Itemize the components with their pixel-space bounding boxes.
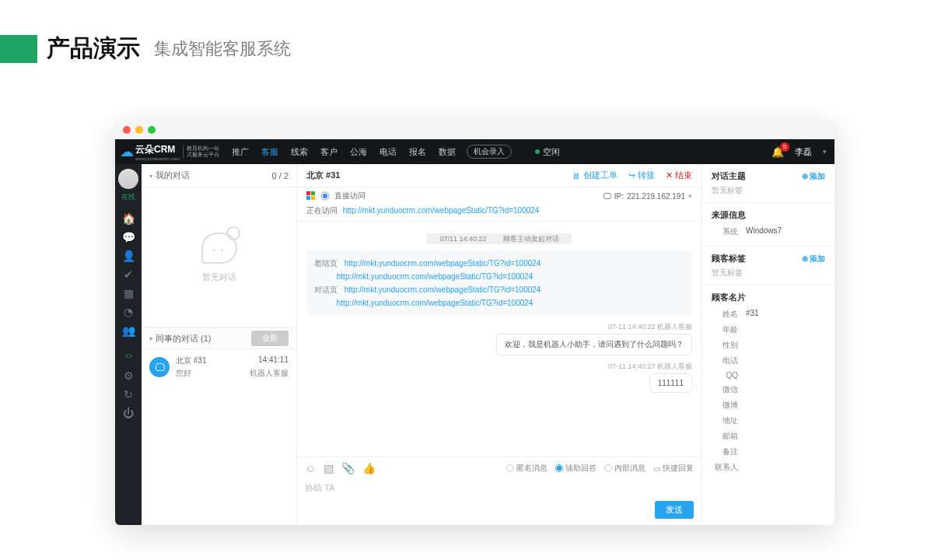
refresh-icon[interactable]: ↻ [115, 386, 142, 403]
maximize-icon[interactable] [148, 126, 156, 134]
empty-chat-icon: • • [201, 233, 237, 264]
my-conv-count: 0 / 2 [272, 171, 289, 180]
quick-reply-button[interactable]: ▭ 快捷回复 [653, 463, 694, 474]
anon-toggle[interactable]: 匿名消息 [506, 463, 547, 474]
tags-header: 顾客标签 [712, 253, 746, 264]
window-titlebar [115, 121, 834, 139]
message1-bubble: 欢迎，我是机器人小助手，请问遇到了什么问题吗？ [496, 334, 692, 355]
landing-url-1[interactable]: http://mkt.yunduocrm.com/webpageStatic/T… [345, 257, 541, 270]
source-header: 来源信息 [712, 209, 746, 221]
nav-customers[interactable]: 客户 [320, 146, 338, 158]
chat-icon[interactable]: 💬 [115, 229, 142, 246]
visiting-url[interactable]: http://mkt.yunduocrm.com/webpageStatic/T… [343, 206, 540, 215]
ticket-icon: 🗎 [572, 171, 581, 180]
status-idle[interactable]: 空闲 [535, 146, 560, 158]
conv-title: 北京 #31 [176, 355, 206, 366]
send-button[interactable]: 发送 [655, 501, 694, 519]
dialog-url-1[interactable]: http://mkt.yunduocrm.com/webpageStatic/T… [345, 283, 541, 296]
person-icon[interactable]: 👤 [115, 247, 142, 264]
close-icon: ✕ [666, 170, 673, 180]
landing-url-2[interactable]: http://mkt.yunduocrm.com/webpageStatic/T… [337, 270, 533, 283]
avatar[interactable] [118, 169, 138, 189]
nav-tabs: 推广 客服 线索 客户 公海 电话 报名 数据 [232, 146, 456, 158]
nav-phone[interactable]: 电话 [380, 146, 397, 158]
nav-leads[interactable]: 线索 [291, 146, 308, 158]
nav-pool[interactable]: 公海 [350, 146, 367, 158]
conversation-row[interactable]: 🖵 北京 #31 14:41:11 您好 机器人客服 [142, 349, 296, 385]
record-button[interactable]: 机会录入 [467, 145, 512, 159]
end-button[interactable]: ✕ 结束 [666, 170, 692, 181]
dialog-label: 对话页 [314, 285, 338, 294]
like-icon[interactable]: 👍 [362, 462, 376, 474]
direct-visit-label: 直接访问 [334, 191, 366, 201]
brand-url: www.yunduocrm.com [135, 156, 180, 161]
topic-add-button[interactable]: ⊕ 添加 [802, 171, 825, 182]
message1-meta: 07-11 14:40:22 机器人客服 [306, 322, 692, 332]
image-icon[interactable]: ▧ [324, 462, 334, 474]
gear-icon[interactable]: ⚙ [115, 367, 142, 384]
windows-icon [306, 191, 316, 201]
online-label: 在线 [121, 192, 135, 202]
card-header: 顾客名片 [712, 292, 746, 303]
brand-name: 云朵CRM [135, 143, 180, 156]
internal-toggle[interactable]: 内部消息 [604, 463, 645, 474]
my-conv-header[interactable]: ▾我的对话 0 / 2 [142, 164, 296, 187]
emoji-icon[interactable]: ☺ [305, 462, 316, 474]
group-icon[interactable]: 👥 [115, 322, 142, 339]
status-dot-icon [535, 149, 540, 154]
info-panel: 对话主题 ⊕ 添加 暂无标签 来源信息 系统 Windows7 顾客标签 [702, 164, 834, 525]
page-info-box: 着陆页 http://mkt.yunduocrm.com/webpageStat… [306, 250, 692, 316]
message2-bubble: 111111 [649, 373, 692, 393]
bell-icon[interactable]: 🔔 5 [771, 146, 784, 158]
home-icon[interactable]: 🏠 [115, 210, 142, 227]
plus-icon: ⊕ [802, 172, 808, 180]
message2-meta: 07-11 14:40:27 机器人客服 [306, 362, 692, 372]
wifi-icon[interactable]: ⌔ [115, 348, 142, 366]
create-ticket-button[interactable]: 🗎 创建工单 [572, 170, 617, 181]
close-icon[interactable] [123, 126, 131, 134]
tags-add-button[interactable]: ⊕ 添加 [802, 254, 825, 264]
nav-data[interactable]: 数据 [439, 146, 456, 158]
check-icon[interactable]: ✔ [115, 266, 142, 283]
message2-row: 111111 [306, 373, 692, 393]
power-icon[interactable]: ⏻ [115, 404, 142, 422]
system-value: Windows7 [746, 226, 782, 237]
ip-label: IP: [614, 192, 624, 201]
segment-all[interactable]: 全部 [251, 331, 289, 346]
composer: ☺ ▧ 📎 👍 匿名消息 辅助回答 内部消息 [297, 457, 701, 525]
cloud-icon: ☁ [120, 143, 134, 160]
system-label: 系统 [712, 226, 738, 237]
monitor-icon: 🖵 [149, 357, 170, 377]
attach-icon[interactable]: 📎 [341, 462, 355, 474]
dialog-url-2[interactable]: http://mkt.yunduocrm.com/webpageStatic/T… [337, 296, 533, 310]
chevron-down-icon[interactable]: ▾ [823, 148, 827, 156]
bell-badge: 5 [780, 142, 789, 152]
chat-header: 北京 #31 🗎 创建工单 ↪ 转接 ✕ 结束 [297, 164, 701, 187]
visiting-row: 正在访问 http://mkt.yunduocrm.com/webpageSta… [297, 204, 701, 222]
piechart-icon[interactable]: ◔ [115, 303, 142, 320]
empty-label: 暂无对话 [202, 271, 236, 283]
tags-empty: 暂无标签 [712, 268, 825, 278]
slide-title: 产品演示 集成智能客服系统 [0, 0, 941, 80]
message1-row: 欢迎，我是机器人小助手，请问遇到了什么问题吗？ [306, 334, 692, 355]
slide-subheading: 集成智能客服系统 [154, 37, 291, 61]
nav-service[interactable]: 客服 [261, 146, 278, 158]
chat-title: 北京 #31 [306, 170, 340, 181]
topic-header: 对话主题 [712, 170, 746, 182]
nav-promote[interactable]: 推广 [232, 146, 249, 158]
brand-logo[interactable]: ☁ 云朵CRM www.yunduocrm.com 教育机构一站 式服务云平台 [120, 143, 219, 161]
colleague-conv-header[interactable]: ▾ 同事的对话 (1) 全部 [142, 327, 296, 349]
assist-toggle[interactable]: 辅助回答 [555, 463, 596, 474]
monitor-icon: 🖵 [603, 191, 611, 201]
message-input[interactable] [305, 478, 694, 498]
calendar-icon[interactable]: ▦ [115, 285, 142, 302]
chat-panel: 北京 #31 🗎 创建工单 ↪ 转接 ✕ 结束 [297, 164, 702, 525]
chevron-down-icon[interactable]: ▾ [688, 192, 692, 200]
empty-state: • • 暂无对话 [142, 187, 296, 327]
conv-agent: 机器人客服 [250, 368, 289, 379]
nav-enroll[interactable]: 报名 [409, 146, 426, 158]
minimize-icon[interactable] [135, 126, 143, 134]
visiting-label: 正在访问 [306, 206, 338, 215]
user-name[interactable]: 李磊 [795, 146, 812, 158]
transfer-button[interactable]: ↪ 转接 [628, 170, 655, 181]
